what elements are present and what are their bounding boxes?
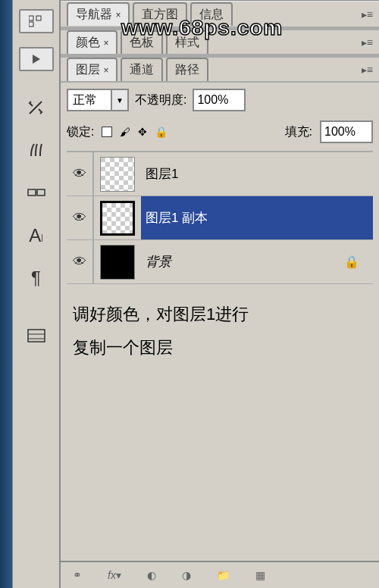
- layer-thumbnail[interactable]: [100, 201, 135, 236]
- fill-label: 填充:: [285, 124, 312, 140]
- visibility-eye-icon[interactable]: 👁: [67, 152, 94, 195]
- svg-rect-4: [28, 189, 36, 195]
- layer-thumbnail[interactable]: [100, 157, 135, 192]
- layer-thumbnail[interactable]: [100, 245, 135, 280]
- lock-label: 锁定:: [67, 124, 94, 140]
- clone-source-icon[interactable]: [22, 179, 51, 208]
- lock-transparent-icon[interactable]: [102, 127, 112, 137]
- panels-area: www.68ps.com 导航器 × 直方图 信息 ▸≡ 颜色 × 色板 样式 …: [61, 0, 379, 588]
- layer-comps-icon[interactable]: [22, 321, 51, 350]
- opacity-label: 不透明度:: [135, 92, 186, 108]
- svg-marker-3: [33, 55, 40, 64]
- tab-navigator[interactable]: 导航器 ×: [67, 2, 130, 26]
- svg-rect-5: [37, 189, 45, 195]
- layers-list: 👁 图层1 👁 图层1 副本 👁 背景 🔒: [67, 151, 373, 284]
- link-layers-icon[interactable]: ⚭: [73, 569, 82, 581]
- new-layer-icon[interactable]: ▦: [255, 569, 265, 581]
- tab-layers[interactable]: 图层 ×: [67, 58, 117, 81]
- tools-icon[interactable]: [22, 94, 51, 123]
- instruction-text: 调好颜色，对图层1进行 复制一个图层: [67, 284, 373, 378]
- blend-mode-select[interactable]: 正常 ▼: [67, 89, 129, 111]
- blend-row: 正常 ▼ 不透明度:: [67, 87, 373, 113]
- blend-mode-value: 正常: [68, 91, 111, 110]
- brushes-icon[interactable]: [22, 136, 51, 165]
- visibility-eye-icon[interactable]: 👁: [67, 240, 94, 283]
- layer-name[interactable]: 背景: [141, 240, 330, 283]
- layer-row[interactable]: 👁 图层1 副本: [67, 196, 373, 240]
- play-icon[interactable]: [19, 47, 54, 71]
- visibility-eye-icon[interactable]: 👁: [67, 196, 94, 239]
- lock-pixels-icon[interactable]: 🖌: [120, 126, 130, 138]
- layer-fx-icon[interactable]: fx▾: [108, 569, 121, 581]
- layers-footer: ⚭ fx▾ ◐ ◑ 📁 ▦: [61, 561, 379, 588]
- watermark: www.68ps.com: [121, 16, 283, 40]
- instruction-line: 复制一个图层: [73, 331, 367, 364]
- panel-menu-icon[interactable]: ▸≡: [362, 36, 379, 48]
- svg-rect-6: [28, 330, 45, 342]
- group-icon[interactable]: 📁: [217, 569, 230, 581]
- lock-icons: 🖌 ✥ 🔒: [102, 126, 168, 138]
- svg-rect-1: [36, 16, 41, 20]
- dropdown-arrow-icon: ▼: [111, 90, 127, 110]
- lock-row: 锁定: 🖌 ✥ 🔒 填充:: [67, 120, 373, 143]
- svg-rect-2: [29, 22, 33, 27]
- toolbox: A| ¶: [12, 0, 61, 588]
- layer-row[interactable]: 👁 背景 🔒: [67, 240, 373, 284]
- layer-name[interactable]: 图层1 副本: [141, 196, 373, 239]
- lock-all-icon[interactable]: 🔒: [155, 126, 168, 138]
- lock-icon: 🔒: [330, 255, 373, 269]
- svg-rect-0: [29, 16, 33, 20]
- panel-menu-icon[interactable]: ▸≡: [362, 64, 379, 76]
- lock-position-icon[interactable]: ✥: [138, 126, 147, 138]
- layer-mask-icon[interactable]: ◐: [147, 569, 156, 581]
- adjustment-layer-icon[interactable]: ◑: [182, 569, 191, 581]
- opacity-input[interactable]: [193, 89, 246, 111]
- layer-name[interactable]: 图层1: [141, 152, 373, 195]
- tab-color[interactable]: 颜色 ×: [67, 30, 117, 54]
- paragraph-icon[interactable]: ¶: [22, 264, 51, 292]
- tab-paths[interactable]: 路径: [166, 58, 208, 81]
- panel-menu-icon[interactable]: ▸≡: [362, 8, 379, 20]
- layer-tabrow: 图层 × 通道 路径 ▸≡: [61, 55, 379, 83]
- document-edge: [0, 0, 12, 588]
- layers-panel: 正常 ▼ 不透明度: 锁定: 🖌 ✥ 🔒 填充: 👁: [61, 83, 379, 383]
- layer-row[interactable]: 👁 图层1: [67, 152, 373, 196]
- character-icon[interactable]: A|: [22, 221, 51, 250]
- tab-channels[interactable]: 通道: [121, 58, 163, 81]
- fill-input[interactable]: [320, 120, 373, 143]
- instruction-line: 调好颜色，对图层1进行: [73, 298, 367, 331]
- expand-panel-icon[interactable]: [19, 9, 54, 33]
